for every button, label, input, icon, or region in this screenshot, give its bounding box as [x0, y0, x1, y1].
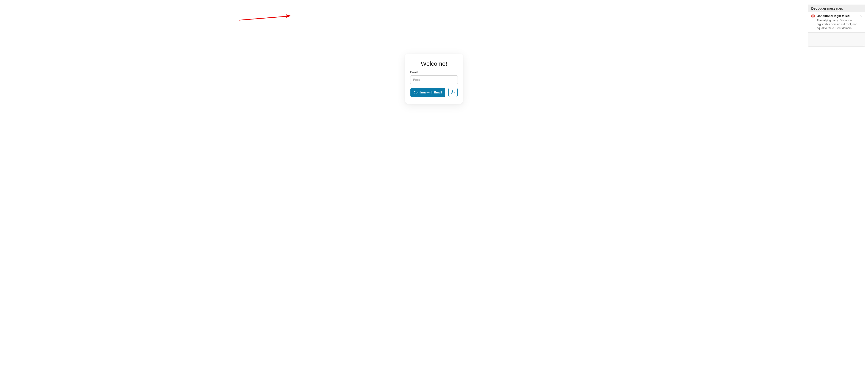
svg-line-6 — [864, 46, 865, 47]
svg-marker-8 — [286, 14, 291, 18]
continue-with-email-button[interactable]: Continue with Email — [410, 88, 445, 97]
error-icon — [811, 14, 815, 18]
chevron-down-icon[interactable] — [860, 14, 863, 18]
passkey-icon — [451, 90, 455, 95]
message-body: The relying party ID is not a registrabl… — [817, 19, 862, 30]
debugger-panel: Debugger messages Conditional login fail… — [808, 5, 865, 47]
arrow-annotation — [238, 14, 293, 22]
svg-point-0 — [452, 90, 453, 92]
debugger-footer — [808, 32, 865, 46]
passkey-button[interactable] — [448, 88, 458, 97]
button-row: Continue with Email — [410, 88, 458, 97]
resize-handle[interactable] — [862, 43, 865, 46]
login-card: Welcome! Email Continue with Email — [405, 54, 463, 104]
message-content: Conditional login failed The relying par… — [817, 14, 862, 30]
message-title: Conditional login failed — [817, 14, 862, 18]
email-input[interactable] — [410, 76, 458, 84]
svg-point-1 — [454, 91, 455, 92]
email-label: Email — [410, 70, 458, 74]
debugger-header: Debugger messages — [808, 5, 865, 12]
login-title: Welcome! — [410, 60, 458, 67]
svg-line-5 — [863, 45, 865, 47]
debugger-message[interactable]: Conditional login failed The relying par… — [808, 12, 865, 32]
svg-line-7 — [239, 16, 287, 20]
